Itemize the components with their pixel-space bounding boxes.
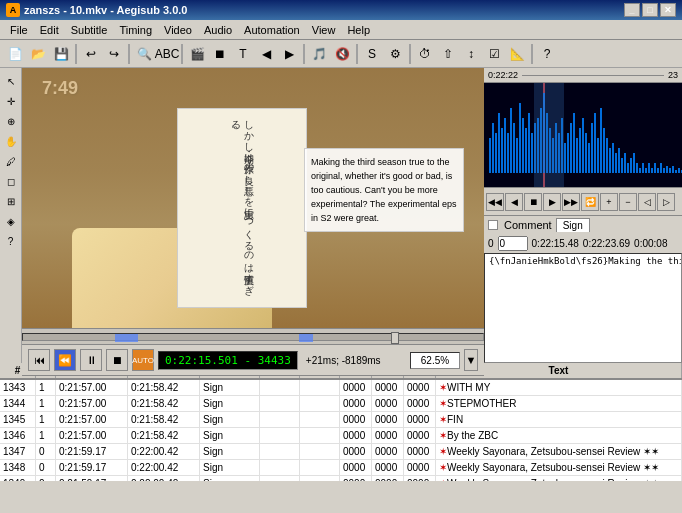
table-row[interactable]: 1344 1 0:21:57.00 0:21:58.42 Sign 0000 0… bbox=[0, 396, 682, 412]
question-tool[interactable]: ? bbox=[2, 232, 20, 250]
audio-open-button[interactable]: 🎵 bbox=[308, 43, 330, 65]
table-row[interactable]: 1347 0 0:21:59.17 0:22:00.42 Sign 0000 0… bbox=[0, 444, 682, 460]
video-close-button[interactable]: ⏹ bbox=[209, 43, 231, 65]
menu-file[interactable]: File bbox=[4, 20, 34, 40]
video-prev-button[interactable]: ◀ bbox=[255, 43, 277, 65]
cell-num: 1347 bbox=[0, 444, 36, 459]
auto-button[interactable]: AUTO bbox=[132, 349, 154, 371]
wf-play-btn[interactable]: ◀◀ bbox=[486, 193, 504, 211]
table-row[interactable]: 1349 0 0:21:59.17 0:22:00.42 Sign 0000 0… bbox=[0, 476, 682, 481]
seek-bar-area[interactable] bbox=[22, 328, 484, 344]
cell-left: 0000 bbox=[340, 412, 372, 427]
help-btn[interactable]: ? bbox=[536, 43, 558, 65]
properties-button[interactable]: ⚙ bbox=[384, 43, 406, 65]
paint-tool[interactable]: 🖊 bbox=[2, 152, 20, 170]
wf-end-btn[interactable]: ▶▶ bbox=[562, 193, 580, 211]
menu-subtitle[interactable]: Subtitle bbox=[65, 20, 114, 40]
undo-button[interactable]: ↩ bbox=[80, 43, 102, 65]
svg-rect-51 bbox=[636, 163, 638, 173]
zoom-tool[interactable]: ⊕ bbox=[2, 112, 20, 130]
left-toolbar: ↖ ✛ ⊕ ✋ 🖊 ◻ ⊞ ◈ ? bbox=[0, 68, 22, 363]
menu-view[interactable]: View bbox=[306, 20, 342, 40]
table-row[interactable]: 1348 0 0:21:59.17 0:22:00.42 Sign 0000 0… bbox=[0, 460, 682, 476]
grid-body[interactable]: 1343 1 0:21:57.00 0:21:58.42 Sign 0000 0… bbox=[0, 380, 682, 481]
timing-button[interactable]: ⏱ bbox=[414, 43, 436, 65]
new-button[interactable]: 📄 bbox=[4, 43, 26, 65]
cell-text: ✶Weekly Sayonara, Zetsubou-sensei Review… bbox=[436, 476, 682, 481]
wf-scroll-left[interactable]: ◁ bbox=[638, 193, 656, 211]
zoom-select[interactable]: 62.5% bbox=[410, 352, 460, 369]
menu-timing[interactable]: Timing bbox=[113, 20, 158, 40]
wf-loop-btn[interactable]: 🔁 bbox=[581, 193, 599, 211]
sign-tab[interactable]: Sign bbox=[556, 218, 590, 232]
menu-edit[interactable]: Edit bbox=[34, 20, 65, 40]
seek-thumb[interactable] bbox=[391, 332, 399, 344]
close-button[interactable]: ✕ bbox=[660, 3, 676, 17]
pause-button[interactable]: ⏸ bbox=[80, 349, 102, 371]
cell-style: Sign bbox=[200, 444, 260, 459]
cell-left: 0000 bbox=[340, 428, 372, 443]
wf-next-btn[interactable]: ▶ bbox=[543, 193, 561, 211]
cell-left: 0000 bbox=[340, 476, 372, 481]
zoom-dropdown[interactable]: ▼ bbox=[464, 349, 478, 371]
maximize-button[interactable]: □ bbox=[642, 3, 658, 17]
cell-start: 0:21:57.00 bbox=[56, 428, 128, 443]
video-next-button[interactable]: ▶ bbox=[278, 43, 300, 65]
svg-rect-63 bbox=[672, 166, 674, 173]
menu-automation[interactable]: Automation bbox=[238, 20, 306, 40]
svg-rect-9 bbox=[510, 108, 512, 173]
select-button[interactable]: ☑ bbox=[483, 43, 505, 65]
hand-tool[interactable]: ✋ bbox=[2, 132, 20, 150]
sub-index-input[interactable] bbox=[498, 236, 528, 251]
seek-bar[interactable] bbox=[22, 333, 484, 341]
table-row[interactable]: 1346 1 0:21:57.00 0:21:58.42 Sign 0000 0… bbox=[0, 428, 682, 444]
svg-rect-43 bbox=[612, 143, 614, 173]
go-start-button[interactable]: ⏮ bbox=[28, 349, 50, 371]
resolution-button[interactable]: 📐 bbox=[506, 43, 528, 65]
video-frame[interactable]: 7:49 しかし・今期は原作の良し悪しを忠実につくるのは慎重すぎる。 Makin… bbox=[22, 68, 484, 328]
find-button[interactable]: 🔍 bbox=[133, 43, 155, 65]
prev-frame-button[interactable]: ⏪ bbox=[54, 349, 76, 371]
style-manager-button[interactable]: S bbox=[361, 43, 383, 65]
sub-button[interactable]: T bbox=[232, 43, 254, 65]
cell-right: 0000 bbox=[372, 412, 404, 427]
cell-l: 1 bbox=[36, 412, 56, 427]
wf-prev-btn[interactable]: ◀ bbox=[505, 193, 523, 211]
erase-tool[interactable]: ◻ bbox=[2, 172, 20, 190]
tag-tool[interactable]: ⊞ bbox=[2, 192, 20, 210]
color-tool[interactable]: ◈ bbox=[2, 212, 20, 230]
minimize-button[interactable]: _ bbox=[624, 3, 640, 17]
table-row[interactable]: 1345 1 0:21:57.00 0:21:58.42 Sign 0000 0… bbox=[0, 412, 682, 428]
cell-vert: 0000 bbox=[404, 476, 436, 481]
cursor-tool[interactable]: ↖ bbox=[2, 72, 20, 90]
menu-help[interactable]: Help bbox=[341, 20, 376, 40]
cell-l: 1 bbox=[36, 428, 56, 443]
wf-zoom-out[interactable]: − bbox=[619, 193, 637, 211]
video-open-button[interactable]: 🎬 bbox=[186, 43, 208, 65]
sort-button[interactable]: ↕ bbox=[460, 43, 482, 65]
waveform-toolbar: ◀◀ ◀ ⏹ ▶ ▶▶ 🔁 + − ◁ ▷ bbox=[484, 187, 682, 215]
spellcheck-button[interactable]: ABC bbox=[156, 43, 178, 65]
sub-index: 0 bbox=[488, 238, 494, 249]
save-button[interactable]: 💾 bbox=[50, 43, 72, 65]
waveform-display[interactable] bbox=[484, 83, 682, 187]
cell-num: 1344 bbox=[0, 396, 36, 411]
svg-rect-15 bbox=[528, 113, 530, 173]
cell-end: 0:22:00.42 bbox=[128, 444, 200, 459]
wf-scroll-right[interactable]: ▷ bbox=[657, 193, 675, 211]
shift-button[interactable]: ⇧ bbox=[437, 43, 459, 65]
open-button[interactable]: 📂 bbox=[27, 43, 49, 65]
subtitle-text: Making the third season true to the orig… bbox=[311, 157, 456, 223]
table-row[interactable]: 1343 1 0:21:57.00 0:21:58.42 Sign 0000 0… bbox=[0, 380, 682, 396]
wf-zoom-in[interactable]: + bbox=[600, 193, 618, 211]
comment-checkbox[interactable] bbox=[488, 220, 498, 230]
titlebar-controls[interactable]: _ □ ✕ bbox=[624, 3, 676, 17]
menu-audio[interactable]: Audio bbox=[198, 20, 238, 40]
stop-button[interactable]: ⏹ bbox=[106, 349, 128, 371]
menu-video[interactable]: Video bbox=[158, 20, 198, 40]
audio-close-button[interactable]: 🔇 bbox=[331, 43, 353, 65]
cell-actor bbox=[260, 396, 300, 411]
crosshair-tool[interactable]: ✛ bbox=[2, 92, 20, 110]
wf-stop-btn[interactable]: ⏹ bbox=[524, 193, 542, 211]
redo-button[interactable]: ↪ bbox=[103, 43, 125, 65]
